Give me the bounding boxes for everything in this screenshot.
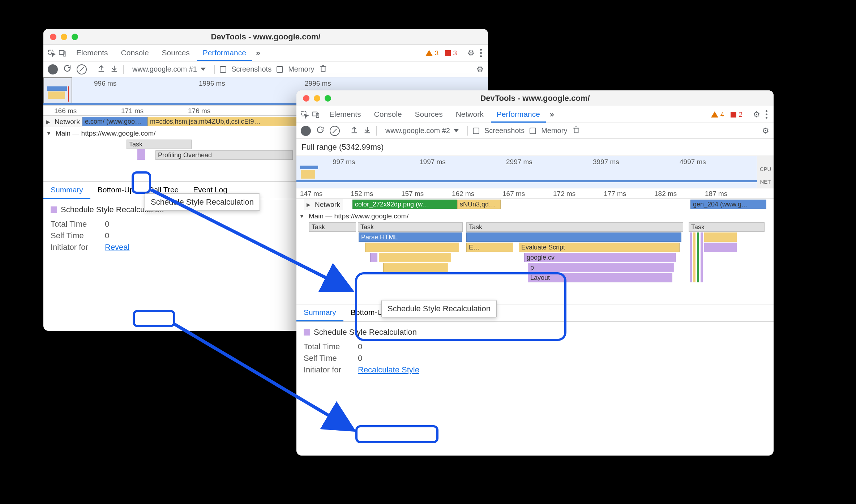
inspect-element-icon[interactable] [47, 48, 56, 58]
download-icon[interactable] [363, 126, 371, 136]
device-toolbar-icon[interactable] [58, 48, 67, 58]
kebab-menu-icon[interactable] [763, 110, 770, 119]
network-segment[interactable]: gen_204 (www.g… [690, 200, 766, 209]
flame-parse-html[interactable]: Parse HTML [359, 232, 462, 242]
cpu-label: CPU [757, 166, 774, 172]
network-track-label[interactable]: Network [304, 199, 343, 210]
flame-task[interactable]: Task [127, 140, 192, 149]
tab-sources[interactable]: Sources [156, 45, 196, 61]
minimize-icon[interactable] [61, 34, 67, 40]
garbage-collect-icon[interactable] [572, 126, 580, 136]
tab-performance[interactable]: Performance [491, 106, 546, 123]
divider [123, 65, 124, 74]
warnings-badge[interactable]: 3 [425, 49, 439, 57]
recording-selector[interactable]: www.google.com #2 [382, 125, 462, 136]
flame-task[interactable]: Task [309, 222, 356, 232]
timeline-overview[interactable]: 997 ms 1997 ms 2997 ms 3997 ms 4997 ms C… [296, 156, 774, 188]
summary-event-name: Schedule Style Recalculation [314, 328, 417, 337]
tooltip: Schedule Style Recalculation [145, 193, 260, 211]
network-track-label[interactable]: Network [43, 116, 83, 127]
inspect-element-icon[interactable] [300, 110, 309, 119]
flame-e[interactable]: E… [466, 243, 513, 252]
memory-checkbox[interactable] [530, 128, 536, 134]
issues-badge[interactable]: 3 [445, 49, 457, 57]
maximize-icon[interactable] [325, 95, 331, 102]
warning-icon [711, 111, 718, 118]
tab-console[interactable]: Console [368, 106, 408, 123]
gear-icon[interactable]: ⚙ [752, 110, 761, 119]
window-title: DevTools - www.google.com/ [43, 32, 488, 42]
main-track-label[interactable]: Main — https://www.google.com/ [43, 128, 159, 139]
errors-badge[interactable]: 2 [731, 111, 742, 119]
network-segment[interactable]: color_272x92dp.png (w… [352, 200, 457, 209]
gear-icon[interactable]: ⚙ [466, 48, 476, 58]
tab-summary[interactable]: Summary [43, 182, 90, 199]
flame-block[interactable] [365, 243, 459, 252]
divider [376, 126, 377, 136]
garbage-collect-icon[interactable] [319, 64, 327, 74]
network-segment[interactable]: e.com/ (www.goo… [82, 117, 147, 126]
flame-google-cv[interactable]: google.cv [524, 253, 676, 262]
tab-bottom-up[interactable]: Bottom-Up [90, 182, 141, 199]
performance-toolbar: www.google.com #2 Screenshots Memory ⚙ [296, 123, 774, 139]
warnings-badge[interactable]: 4 [711, 111, 724, 119]
warn-count: 4 [720, 111, 724, 119]
recording-selector[interactable]: www.google.com #1 [129, 64, 209, 75]
memory-label: Memory [288, 65, 314, 73]
reload-icon[interactable] [316, 125, 325, 136]
upload-icon[interactable] [97, 64, 105, 74]
flame-block[interactable] [379, 253, 451, 262]
flame-block[interactable] [370, 253, 377, 262]
self-time-value: 0 [358, 354, 362, 363]
flame-task[interactable]: Task [466, 222, 683, 232]
maximize-icon[interactable] [72, 34, 78, 40]
minimize-icon[interactable] [314, 95, 320, 102]
flame-evaluate-script[interactable]: Evaluate Script [519, 243, 680, 252]
flame-block[interactable] [383, 263, 448, 272]
clear-button[interactable] [330, 126, 340, 136]
upload-icon[interactable] [350, 126, 358, 136]
flame-task[interactable]: Task [358, 222, 463, 232]
close-icon[interactable] [303, 95, 309, 102]
record-button[interactable] [48, 64, 58, 74]
recording-name: www.google.com #1 [132, 65, 197, 73]
flame-p[interactable]: p [528, 263, 674, 272]
more-tabs-icon[interactable]: » [253, 48, 263, 58]
record-button[interactable] [301, 126, 311, 136]
svg-rect-19 [574, 128, 578, 133]
flame-event[interactable] [137, 149, 145, 160]
capture-settings-icon[interactable]: ⚙ [762, 126, 769, 136]
flame-layout[interactable]: Layout [528, 273, 672, 282]
screenshots-checkbox[interactable] [220, 66, 226, 73]
overview-tick: 996 ms [94, 80, 116, 87]
network-segment[interactable]: sNUn3,qd… [457, 200, 501, 209]
tab-elements[interactable]: Elements [324, 106, 367, 123]
recalculate-style-link[interactable]: Recalculate Style [358, 365, 419, 375]
flame-parse-html[interactable] [466, 232, 681, 242]
tab-console[interactable]: Console [115, 45, 155, 61]
screenshots-checkbox[interactable] [473, 128, 479, 134]
time-ruler[interactable]: 147 ms 152 ms 157 ms 162 ms 167 ms 172 m… [296, 188, 774, 198]
tab-performance[interactable]: Performance [197, 45, 252, 61]
kebab-menu-icon[interactable] [477, 49, 484, 57]
main-track[interactable]: Main — https://www.google.com/ Task Task… [296, 210, 774, 304]
reload-icon[interactable] [63, 64, 72, 74]
tab-elements[interactable]: Elements [70, 45, 114, 61]
flame-task[interactable]: Task [689, 222, 765, 232]
main-track-label[interactable]: Main — https://www.google.com/ [296, 211, 412, 222]
memory-checkbox[interactable] [277, 66, 283, 73]
devtools-tab-bar: Elements Console Sources Network Perform… [296, 106, 774, 123]
network-track[interactable]: Network color_272x92dp.png (w… sNUn3,qd…… [296, 198, 774, 210]
close-icon[interactable] [50, 34, 56, 40]
traffic-lights [43, 34, 78, 40]
tab-network[interactable]: Network [450, 106, 489, 123]
download-icon[interactable] [110, 64, 118, 74]
reveal-link[interactable]: Reveal [105, 243, 129, 252]
clear-button[interactable] [77, 64, 87, 74]
device-toolbar-icon[interactable] [311, 110, 320, 119]
more-tabs-icon[interactable]: » [547, 110, 557, 119]
capture-settings-icon[interactable]: ⚙ [476, 65, 484, 74]
tab-sources[interactable]: Sources [409, 106, 449, 123]
tab-summary[interactable]: Summary [296, 304, 343, 321]
flame-profiling-overhead[interactable]: Profiling Overhead [155, 150, 293, 160]
